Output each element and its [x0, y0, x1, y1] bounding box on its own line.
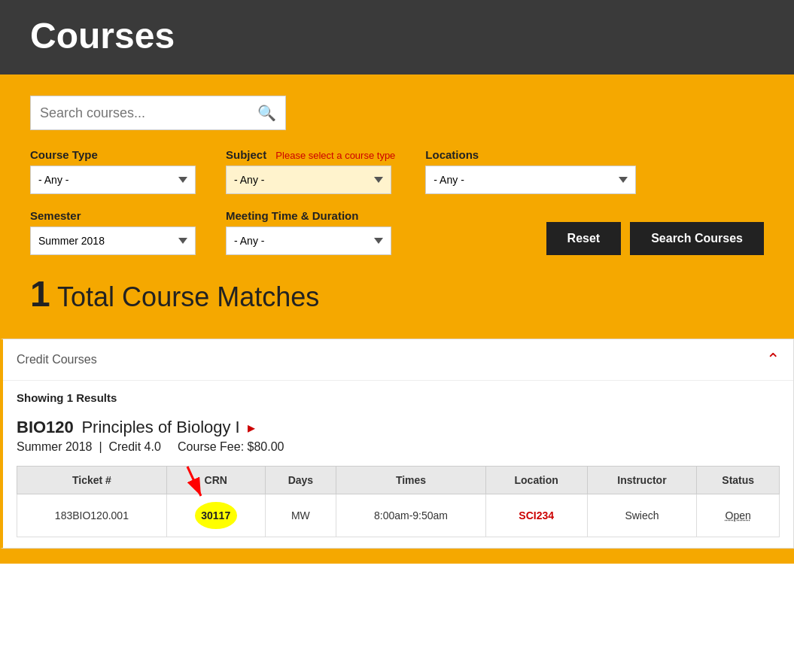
course-meta: Summer 2018 | Credit 4.0 Course Fee: $80… [17, 440, 780, 454]
results-panel: Credit Courses ⌃ Showing 1 Results BIO12… [0, 339, 794, 549]
search-input-wrapper: bio120 🔍 [30, 96, 286, 130]
status-link[interactable]: Open [726, 509, 751, 521]
course-name: Principles of Biology I [77, 418, 245, 436]
col-days: Days [265, 467, 336, 494]
course-type-select[interactable]: - Any - [30, 166, 196, 194]
search-input[interactable]: bio120 [40, 105, 257, 121]
cell-ticket: 183BIO120.001 [17, 494, 167, 537]
col-times: Times [336, 467, 486, 494]
subject-note: Please select a course type [275, 150, 395, 161]
cell-location: SCI234 [485, 494, 587, 537]
collapse-chevron[interactable]: ⌃ [766, 350, 780, 369]
col-location: Location [485, 467, 587, 494]
reset-button[interactable]: Reset [546, 222, 622, 255]
filter-row-2: Semester Summer 2018 Meeting Time & Dura… [30, 209, 764, 255]
credit-courses-title: Credit Courses [17, 353, 97, 366]
action-buttons: Reset Search Courses [546, 222, 764, 255]
semester-select[interactable]: Summer 2018 [30, 227, 196, 255]
filter-group-locations: Locations - Any - [425, 148, 636, 194]
col-ticket: Ticket # [17, 467, 167, 494]
filter-group-meeting: Meeting Time & Duration - Any - [226, 209, 391, 255]
course-fee: Course Fee: $80.00 [178, 440, 284, 453]
crn-highlight: 30117 [195, 502, 237, 529]
subject-select[interactable]: - Any - [226, 166, 391, 194]
course-link-arrow[interactable]: ▸ [248, 419, 255, 436]
cell-instructor: Swiech [587, 494, 697, 537]
search-filter-area: bio120 🔍 Course Type - Any - Subject Ple… [0, 74, 794, 339]
filter-group-subject: Subject Please select a course type - An… [226, 148, 395, 194]
course-title-row: BIO120 Principles of Biology I ▸ [17, 418, 780, 437]
search-bar-row: bio120 🔍 [30, 96, 764, 130]
showing-results: Showing 1 Results [17, 391, 780, 404]
search-courses-button[interactable]: Search Courses [630, 222, 764, 255]
col-crn: CRN [166, 467, 265, 494]
filter-row-1: Course Type - Any - Subject Please selec… [30, 148, 764, 194]
search-icon-button[interactable]: 🔍 [257, 104, 276, 122]
cell-status: Open [697, 494, 780, 537]
cell-crn: 30117 [166, 494, 265, 537]
locations-label: Locations [425, 148, 636, 161]
col-instructor: Instructor [587, 467, 697, 494]
course-semester: Summer 2018 [17, 440, 93, 453]
course-code: BIO120 [17, 418, 74, 436]
results-panel-container: Credit Courses ⌃ Showing 1 Results BIO12… [0, 339, 794, 564]
page-header: Courses [0, 0, 794, 74]
meeting-select[interactable]: - Any - [226, 227, 391, 255]
col-status: Status [697, 467, 780, 494]
course-type-label: Course Type [30, 148, 196, 161]
results-body: Showing 1 Results BIO120 Principles of B… [3, 381, 793, 548]
cell-days: MW [265, 494, 336, 537]
locations-select[interactable]: - Any - [425, 166, 636, 194]
page-title: Courses [30, 15, 764, 56]
cell-times: 8:00am-9:50am [336, 494, 486, 537]
location-link[interactable]: SCI234 [519, 509, 554, 521]
filter-group-course-type: Course Type - Any - [30, 148, 196, 194]
results-panel-header: Credit Courses ⌃ [3, 339, 793, 381]
meeting-label: Meeting Time & Duration [226, 209, 391, 222]
subject-label: Subject Please select a course type [226, 148, 395, 161]
results-count: 1 Total Course Matches [30, 273, 764, 315]
filter-group-semester: Semester Summer 2018 [30, 209, 196, 255]
table-row: 183BIO120.001 [17, 494, 780, 537]
table-header: Ticket # CRN Days Times Location Instruc… [17, 467, 780, 494]
course-credit: Credit 4.0 [108, 440, 160, 453]
course-table: Ticket # CRN Days Times Location Instruc… [17, 466, 780, 537]
table-body: 183BIO120.001 [17, 494, 780, 537]
results-count-area: 1 Total Course Matches [30, 273, 764, 315]
semester-label: Semester [30, 209, 196, 222]
